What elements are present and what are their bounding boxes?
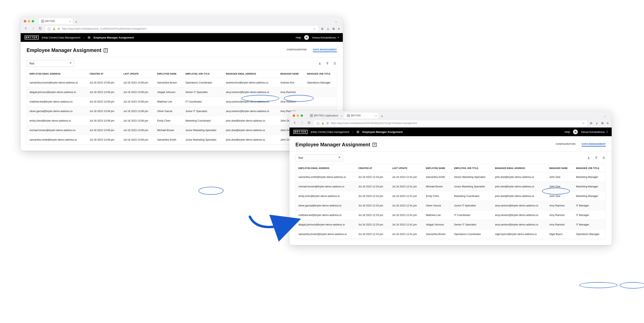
column-header[interactable]: MANAGER EMAIL ADDRESS bbox=[223, 70, 278, 78]
help-link[interactable]: Help bbox=[296, 36, 301, 39]
share-icon[interactable] bbox=[602, 156, 606, 160]
column-header[interactable]: MANAGER NAME bbox=[546, 164, 573, 172]
cell-ename: Michael Brown bbox=[423, 182, 451, 191]
cell-memail: amy.ramirez@bryter-demo-address.io bbox=[492, 210, 547, 220]
help-icon[interactable]: ? bbox=[104, 48, 108, 52]
tab-configuration[interactable]: CONFIGURATION bbox=[287, 48, 307, 52]
url-field[interactable]: ◯ 🔒 ☰ https://app.bryter.io/databases/eO… bbox=[314, 120, 587, 126]
bryter-logo[interactable]: BRYTER bbox=[294, 130, 308, 134]
new-tab-button[interactable]: + bbox=[73, 20, 79, 24]
database-icon bbox=[88, 36, 90, 39]
breadcrumb-root[interactable]: [Help Center] Data management bbox=[311, 130, 349, 134]
back-button[interactable] bbox=[24, 27, 28, 31]
caret-down-icon[interactable]: ▾ bbox=[338, 36, 339, 39]
cell-ename: Abigail Johnson bbox=[154, 88, 182, 97]
breadcrumb-root[interactable]: [Help Center] Data Management bbox=[42, 36, 80, 39]
help-link[interactable]: Help bbox=[565, 130, 570, 134]
annotation-circle bbox=[198, 187, 224, 195]
close-tab-icon[interactable]: × bbox=[70, 20, 71, 23]
bookmark-icon[interactable]: ☆ bbox=[582, 122, 585, 125]
menu-icon[interactable]: ≡ bbox=[338, 27, 340, 30]
column-header[interactable]: LAST UPDATE bbox=[390, 164, 423, 172]
pocket-icon[interactable]: ⊘ bbox=[590, 121, 592, 125]
upload-icon[interactable] bbox=[594, 156, 598, 160]
browser-tab[interactable]: B BRYTER × bbox=[39, 18, 72, 24]
table-row[interactable]: michael.brown@bryter-demo-address.ioJul … bbox=[296, 182, 606, 191]
column-header[interactable]: EMPLOYEE EMAIL ADDRESS bbox=[296, 164, 356, 172]
close-tab-icon[interactable]: × bbox=[375, 114, 377, 118]
column-header[interactable]: EMPLOYEE NAME bbox=[154, 70, 182, 78]
download-icon[interactable] bbox=[318, 62, 322, 66]
bookmark-icon[interactable]: ☆ bbox=[313, 27, 316, 30]
chevron-right-icon: › bbox=[84, 36, 84, 39]
column-header[interactable]: MANAGER NAME bbox=[278, 70, 304, 78]
table-row[interactable]: abigail.johnson@bryter-demo-address.ioJu… bbox=[27, 88, 337, 97]
column-header[interactable]: MANAGER EMAIL ADDRESS bbox=[492, 164, 547, 172]
url-field[interactable]: ◯ 🔒 ☰ https://app.bryter.io/databases/ob… bbox=[45, 26, 318, 32]
user-name[interactable]: Inessa Komandirova bbox=[581, 130, 604, 134]
minimize-window-button[interactable] bbox=[28, 20, 30, 22]
maximize-window-button[interactable] bbox=[300, 114, 303, 117]
tab-data-management[interactable]: DATA MANAGEMENT bbox=[582, 143, 606, 146]
menu-icon[interactable]: ≡ bbox=[607, 121, 608, 125]
download-icon[interactable] bbox=[587, 156, 591, 160]
column-header[interactable]: EMPLOYEE JOB TITLE bbox=[451, 164, 492, 172]
new-tab-button[interactable]: + bbox=[379, 114, 385, 118]
all-tabs-button[interactable]: ⌄ bbox=[332, 19, 340, 24]
reload-button[interactable] bbox=[307, 121, 311, 125]
tab-configuration[interactable]: CONFIGURATION bbox=[556, 143, 576, 146]
forward-button[interactable] bbox=[31, 27, 35, 31]
column-header[interactable]: LAST UPDATE bbox=[120, 70, 154, 78]
close-tab-icon[interactable]: × bbox=[341, 114, 342, 118]
cell-created: Jul 18 2023 12:33 pm bbox=[356, 220, 389, 230]
all-tabs-button[interactable]: ⌄ bbox=[601, 113, 608, 118]
svg-rect-3 bbox=[357, 131, 359, 132]
close-window-button[interactable] bbox=[293, 114, 295, 117]
extensions-icon[interactable]: ⧉ bbox=[601, 121, 604, 125]
environment-dropdown[interactable]: Test bbox=[26, 60, 74, 67]
forward-button[interactable] bbox=[300, 121, 304, 125]
avatar[interactable]: IK bbox=[573, 130, 578, 134]
environment-dropdown[interactable]: Test bbox=[296, 154, 343, 161]
column-header[interactable]: CREATED AT bbox=[87, 70, 121, 78]
column-header[interactable]: CREATED AT bbox=[356, 164, 389, 172]
maximize-window-button[interactable] bbox=[32, 20, 34, 22]
caret-down-icon[interactable]: ▾ bbox=[606, 131, 608, 133]
url-text: https://app.bryter.io/databases/ob_z1ydN… bbox=[62, 27, 146, 30]
bryter-logo[interactable]: BRYTER bbox=[24, 36, 39, 40]
cell-ename: Oliver Garcia bbox=[423, 201, 451, 210]
avatar[interactable]: IK bbox=[304, 35, 309, 40]
reload-button[interactable] bbox=[38, 27, 42, 31]
extensions-icon[interactable]: ⧉ bbox=[332, 27, 335, 30]
table-row[interactable]: samantha.brown@bryter-demo-address.ioJul… bbox=[27, 78, 337, 88]
share-icon[interactable] bbox=[333, 62, 337, 66]
browser-tab[interactable]: B BRYTER | Applications × bbox=[308, 112, 344, 118]
cell-mname: Amy Ramirez bbox=[546, 201, 573, 210]
table-row[interactable]: samantha.brown@bryter-demo-address.ioJul… bbox=[296, 230, 606, 239]
user-name[interactable]: Inessa Komandirova bbox=[312, 36, 336, 39]
close-window-button[interactable] bbox=[24, 20, 26, 22]
upload-icon[interactable] bbox=[325, 62, 329, 66]
cell-mjob bbox=[304, 88, 337, 97]
table-row[interactable]: oliver.garcia@bryter-demo-address.ioJul … bbox=[296, 201, 606, 210]
download-icon[interactable]: ⤓ bbox=[327, 27, 329, 30]
column-header[interactable]: EMPLOYEE NAME bbox=[423, 164, 451, 172]
pocket-icon[interactable]: ⊘ bbox=[321, 27, 324, 30]
column-header[interactable]: EMPLOYEE JOB TITLE bbox=[182, 70, 223, 78]
cell-ename: Matthew Lee bbox=[423, 210, 451, 220]
download-icon[interactable]: ⤓ bbox=[596, 121, 598, 125]
column-header[interactable]: MANAGER JOB TITLE bbox=[304, 70, 337, 78]
column-header[interactable]: MANAGER JOB TITLE bbox=[573, 164, 606, 172]
table-row[interactable]: abigail.johnson@bryter-demo-address.ioJu… bbox=[296, 220, 606, 230]
browser-tab[interactable]: B BRYTER × bbox=[344, 112, 378, 118]
table-row[interactable]: emily.chen@bryter-demo-address.ioJul 18 … bbox=[296, 191, 606, 201]
help-icon[interactable]: ? bbox=[372, 143, 376, 147]
cell-email: michael.brown@bryter-demo-address.io bbox=[296, 182, 356, 191]
tab-data-management[interactable]: DATA MANAGEMENT bbox=[313, 48, 337, 52]
minimize-window-button[interactable] bbox=[296, 114, 299, 117]
table-row[interactable]: samantha.smith@bryter-demo-address.ioJul… bbox=[296, 172, 606, 182]
column-header[interactable]: EMPLOYEE EMAIL ADDRESS bbox=[27, 70, 87, 78]
back-button[interactable] bbox=[293, 121, 297, 125]
table-row[interactable]: matthew.lee@bryter-demo-address.ioJul 18… bbox=[296, 210, 606, 220]
table-row[interactable]: matthew.lee@bryter-demo-address.ioJul 18… bbox=[27, 97, 337, 106]
